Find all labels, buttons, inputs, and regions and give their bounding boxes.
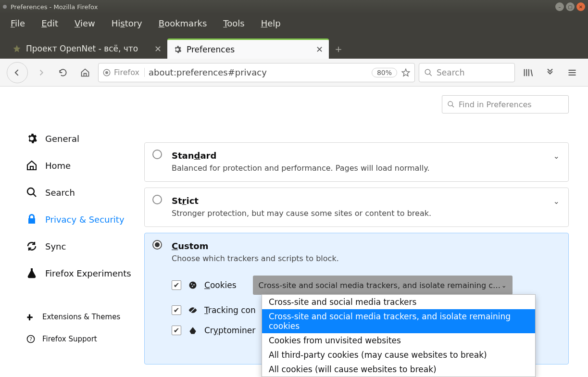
search-icon bbox=[26, 187, 38, 198]
radio-strict[interactable] bbox=[152, 195, 162, 204]
dropdown-option[interactable]: Cross-site and social media trackers bbox=[262, 295, 535, 309]
tab-strip: Проект OpenNet - всё, что ✕ Preferences … bbox=[0, 33, 588, 59]
sidebar-item-search[interactable]: Search bbox=[26, 179, 144, 206]
gear-icon bbox=[26, 133, 38, 144]
tab-preferences[interactable]: Preferences ✕ bbox=[167, 38, 329, 59]
window-indicator bbox=[3, 5, 7, 9]
checkbox-cryptominers[interactable]: ✔ bbox=[172, 326, 181, 335]
search-bar[interactable]: Search bbox=[419, 63, 515, 82]
find-placeholder: Find in Preferences bbox=[459, 100, 532, 109]
select-value: Cross-site and social media trackers, an… bbox=[259, 281, 501, 290]
close-icon[interactable]: ✕ bbox=[316, 44, 323, 54]
sidebar-item-extensions[interactable]: Extensions & Themes bbox=[26, 306, 144, 328]
radio-custom[interactable] bbox=[152, 240, 162, 250]
tab-opennet[interactable]: Проект OpenNet - всё, что ✕ bbox=[7, 38, 167, 59]
checkbox-tracking[interactable]: ✔ bbox=[172, 305, 181, 315]
sidebar-item-label: General bbox=[45, 134, 79, 144]
identity-box[interactable]: Firefox bbox=[102, 68, 145, 77]
sidebar-item-support[interactable]: ? Firefox Support bbox=[26, 328, 144, 350]
url-bar[interactable]: Firefox about:preferences#privacy 80% bbox=[98, 63, 415, 82]
cookies-dropdown: Cross-site and social media trackers Cro… bbox=[262, 294, 536, 377]
svg-point-2 bbox=[425, 69, 430, 75]
option-label: Cookies bbox=[204, 280, 237, 290]
sidebar-item-label: Home bbox=[45, 161, 71, 171]
preferences-sidebar: General Home Search Privacy & Security S… bbox=[0, 87, 144, 377]
sidebar-item-experiments[interactable]: Firefox Experiments bbox=[26, 260, 144, 287]
firefox-icon bbox=[102, 68, 111, 77]
gear-icon bbox=[173, 45, 182, 54]
dropdown-option-selected[interactable]: Cross-site and social media trackers, an… bbox=[262, 309, 535, 333]
radio-standard[interactable] bbox=[152, 150, 162, 159]
hamburger-menu-button[interactable] bbox=[563, 63, 581, 82]
sidebar-item-general[interactable]: General bbox=[26, 125, 144, 152]
menubar: File Edit View History Bookmarks Tools H… bbox=[0, 13, 588, 33]
search-icon bbox=[447, 101, 455, 108]
sidebar-item-label: Extensions & Themes bbox=[42, 313, 120, 321]
star-icon bbox=[13, 44, 21, 53]
back-button[interactable] bbox=[7, 62, 28, 83]
sidebar-item-home[interactable]: Home bbox=[26, 152, 144, 179]
menu-history[interactable]: History bbox=[112, 18, 142, 28]
window-title: Preferences - Mozilla Firefox bbox=[11, 3, 98, 11]
overflow-button[interactable] bbox=[541, 63, 559, 82]
svg-point-7 bbox=[189, 282, 197, 289]
puzzle-icon bbox=[26, 312, 36, 322]
reload-button[interactable] bbox=[54, 63, 72, 82]
content-area: General Home Search Privacy & Security S… bbox=[0, 87, 588, 377]
chevron-down-icon[interactable]: ⌄ bbox=[553, 197, 560, 206]
url-text: about:preferences#privacy bbox=[149, 67, 368, 77]
svg-point-3 bbox=[27, 188, 34, 195]
window-minimize-button[interactable]: – bbox=[555, 2, 564, 11]
option-label: Tracking con bbox=[204, 305, 256, 315]
card-title: Standard bbox=[172, 151, 558, 161]
card-desc: Stronger protection, but may cause some … bbox=[172, 209, 558, 218]
find-in-preferences-input[interactable]: Find in Preferences bbox=[442, 95, 569, 113]
dropdown-option[interactable]: All cookies (will cause websites to brea… bbox=[262, 362, 535, 377]
menu-bookmarks[interactable]: Bookmarks bbox=[159, 18, 207, 28]
sidebar-item-label: Search bbox=[45, 188, 75, 198]
dropdown-option[interactable]: Cookies from unvisited websites bbox=[262, 333, 535, 348]
card-desc: Balanced for protection and performance.… bbox=[172, 163, 558, 173]
library-button[interactable] bbox=[519, 63, 537, 82]
new-tab-button[interactable]: ＋ bbox=[329, 39, 348, 59]
window-maximize-button[interactable]: ▢ bbox=[566, 2, 575, 11]
dropdown-option[interactable]: All third-party cookies (may cause websi… bbox=[262, 348, 535, 362]
sidebar-item-label: Firefox Experiments bbox=[45, 268, 131, 278]
home-button[interactable] bbox=[76, 63, 94, 82]
close-icon[interactable]: ✕ bbox=[154, 44, 162, 54]
sidebar-item-label: Firefox Support bbox=[42, 335, 97, 343]
svg-point-6 bbox=[448, 101, 452, 106]
sync-icon bbox=[26, 240, 38, 252]
menu-view[interactable]: View bbox=[75, 18, 95, 28]
sidebar-item-sync[interactable]: Sync bbox=[26, 233, 144, 260]
card-title: Custom bbox=[172, 241, 558, 251]
window-close-button[interactable]: ✕ bbox=[576, 2, 585, 11]
zoom-indicator[interactable]: 80% bbox=[372, 68, 397, 77]
card-desc: Choose which trackers and scripts to blo… bbox=[172, 254, 558, 263]
sidebar-item-privacy[interactable]: Privacy & Security bbox=[26, 206, 144, 233]
card-title: Strict bbox=[172, 196, 558, 206]
option-label: Cryptominer bbox=[204, 326, 255, 335]
chevron-down-icon[interactable]: ⌄ bbox=[553, 151, 560, 161]
sidebar-item-label: Privacy & Security bbox=[45, 214, 125, 225]
nav-toolbar: Firefox about:preferences#privacy 80% Se… bbox=[0, 59, 588, 87]
bookmark-star-icon[interactable] bbox=[401, 68, 411, 77]
checkbox-cookies[interactable]: ✔ bbox=[172, 280, 181, 290]
card-strict[interactable]: Strict Stronger protection, but may caus… bbox=[144, 188, 569, 227]
forward-button[interactable] bbox=[32, 63, 50, 82]
svg-point-1 bbox=[105, 71, 108, 74]
menu-help[interactable]: Help bbox=[261, 18, 281, 28]
sidebar-item-label: Sync bbox=[45, 241, 66, 251]
menu-file[interactable]: File bbox=[11, 18, 25, 28]
lock-icon bbox=[26, 214, 38, 225]
tab-label: Проект OpenNet - всё, что bbox=[26, 44, 150, 53]
svg-point-8 bbox=[191, 283, 192, 285]
card-standard[interactable]: Standard Balanced for protection and per… bbox=[144, 142, 569, 182]
svg-point-9 bbox=[193, 284, 195, 286]
menu-edit[interactable]: Edit bbox=[41, 18, 58, 28]
window-titlebar: Preferences - Mozilla Firefox – ▢ ✕ bbox=[0, 0, 588, 13]
tracking-icon bbox=[188, 305, 198, 315]
option-cookies-row: ✔ Cookies Cross-site and social media tr… bbox=[172, 276, 558, 295]
cookies-select[interactable]: Cross-site and social media trackers, an… bbox=[253, 276, 513, 295]
menu-tools[interactable]: Tools bbox=[223, 18, 244, 28]
